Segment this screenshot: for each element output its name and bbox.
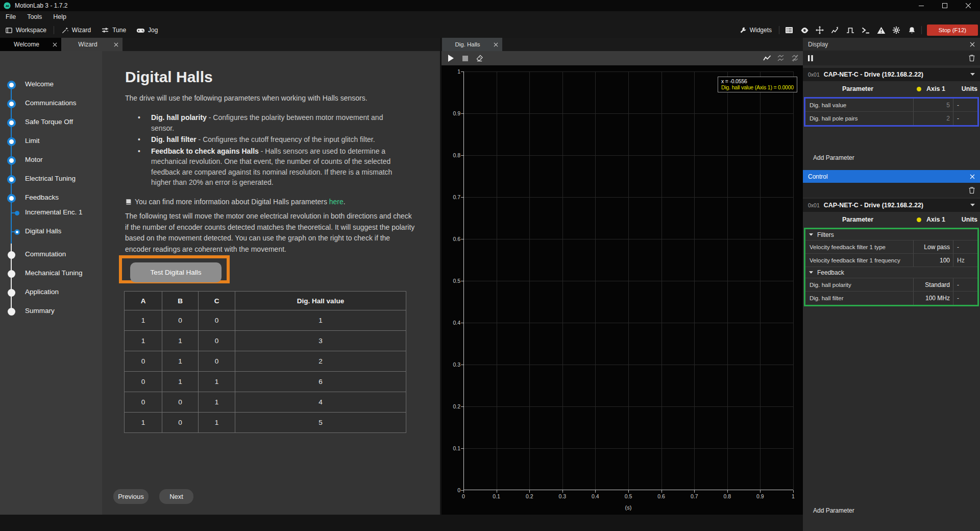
eraser-icon [476, 55, 483, 62]
table-cell: 1 [162, 331, 199, 351]
tab-wizard[interactable]: Wizard [61, 38, 122, 51]
next-button[interactable]: Next [159, 489, 193, 504]
warnings-button[interactable] [873, 22, 889, 38]
grid-line [464, 239, 793, 239]
here-link[interactable]: here [329, 198, 344, 206]
col-units: Units [962, 216, 977, 223]
widgets-label: Widgets [750, 27, 772, 34]
add-parameter-button[interactable]: Add Parameter [813, 507, 854, 514]
wizard-content: Digital Halls The drive will use the fol… [102, 51, 440, 515]
pause-button[interactable] [808, 55, 813, 61]
step-response-button[interactable] [843, 22, 858, 38]
wrench-icon [740, 27, 747, 34]
control-param-row[interactable]: Dig. hall polarityStandard- [805, 278, 977, 292]
menu-file[interactable]: File [0, 11, 21, 22]
group-row-feedback[interactable]: Feedback [805, 267, 977, 278]
tooltip-series-value: Dig. hall value (Axis 1) = 0.0000 [721, 84, 794, 90]
motion-button[interactable] [812, 22, 827, 38]
monitor-eye-button[interactable] [797, 22, 812, 38]
clear-button[interactable] [472, 51, 486, 65]
stop-capture-button[interactable] [458, 51, 472, 65]
delete-button[interactable] [969, 55, 975, 61]
minimize-button[interactable] [910, 0, 933, 11]
control-param-row[interactable]: Velocity feedback filter 1 typeLow pass- [805, 240, 977, 254]
device-name: CAP-NET-C - Drive (192.168.2.22) [824, 71, 970, 78]
wizard-button[interactable]: Wizard [56, 22, 96, 38]
halls-truth-table: ABCDig. Hall value 100111030102011600141… [124, 291, 406, 433]
y-tick-label: 0.7 [442, 194, 460, 200]
scope-button[interactable] [827, 22, 843, 38]
step-label: Limit [25, 137, 40, 144]
display-widget-header: Display [803, 38, 980, 51]
close-tab-icon[interactable] [489, 42, 502, 47]
group-row-filters[interactable]: Filters [805, 229, 977, 240]
delete-button[interactable] [969, 187, 975, 194]
toolbar-divider [921, 26, 922, 34]
table-row: 0014 [125, 392, 406, 413]
merge-signals-icon [792, 55, 800, 62]
control-device-selector[interactable]: 0x01 CAP-NET-C - Drive (192.168.2.22) [803, 199, 980, 212]
stop-button[interactable]: Stop (F12) [927, 25, 978, 36]
info-text: You can find more information about Digi… [135, 198, 346, 206]
step-label: Safe Torque Off [25, 118, 73, 126]
previous-button[interactable]: Previous [113, 489, 149, 504]
close-widget-icon[interactable] [965, 174, 980, 179]
step-label: Commutation [25, 250, 66, 258]
widget-title: Control [808, 173, 965, 180]
scope-tab-bar: Dig. Halls [442, 38, 803, 51]
terminal-button[interactable] [858, 22, 873, 38]
tab-welcome[interactable]: Welcome [0, 38, 61, 51]
notifications-button[interactable] [904, 22, 919, 38]
play-button[interactable] [444, 51, 458, 65]
plot-area[interactable] [463, 71, 793, 490]
widgets-button[interactable]: Widgets [734, 22, 777, 38]
close-button[interactable] [957, 0, 980, 11]
menu-tools[interactable]: Tools [21, 11, 47, 22]
param-value[interactable]: 100 [914, 254, 953, 267]
jog-button[interactable]: Jog [131, 22, 163, 38]
display-param-row[interactable]: Dig. hall pole pairs2- [805, 112, 977, 125]
test-digital-halls-button[interactable]: Test Digital Halls [130, 262, 222, 282]
x-tick-mark [727, 490, 728, 493]
workspace-button[interactable]: Workspace [0, 22, 52, 38]
scope-toolbar [442, 51, 803, 65]
param-value: 2 [914, 112, 953, 125]
param-value[interactable]: Low pass [914, 240, 953, 253]
split-signals-button[interactable] [774, 51, 789, 65]
close-widget-icon[interactable] [965, 42, 980, 47]
move-arrows-icon [816, 26, 824, 34]
maximize-button[interactable] [933, 0, 957, 11]
register-list-icon [785, 27, 793, 34]
param-value[interactable]: Standard [914, 278, 953, 291]
y-tick-label: 0.6 [442, 236, 460, 242]
settings-button[interactable] [889, 22, 904, 38]
table-cell: 0 [162, 310, 199, 331]
close-tab-icon[interactable] [48, 42, 61, 47]
merge-signals-button[interactable] [789, 51, 803, 65]
x-tick-label: 0 [455, 493, 472, 499]
control-param-row[interactable]: Dig. hall filter100 MHz- [805, 292, 977, 305]
col-axis: Axis 1 [926, 85, 945, 92]
table-cell: 0 [162, 392, 199, 413]
param-name: Velocity feedback filter 1 frequency [805, 254, 914, 267]
close-tab-icon[interactable] [109, 42, 122, 47]
step-dot [7, 81, 16, 89]
control-param-row[interactable]: Velocity feedback filter 1 frequency100H… [805, 254, 977, 267]
tab-dig-halls[interactable]: Dig. Halls [442, 38, 502, 51]
tune-button[interactable]: Tune [96, 22, 131, 38]
registers-button[interactable] [781, 22, 797, 38]
grid-line [793, 71, 794, 490]
y-tick-label: 0.4 [442, 320, 460, 326]
add-parameter-button[interactable]: Add Parameter [813, 154, 854, 161]
title-bar: MotionLab 3 - 1.7.2 [0, 0, 980, 11]
x-tick-mark [497, 490, 497, 493]
param-value[interactable]: 100 MHz [914, 292, 953, 305]
left-tab-bar: Welcome Wizard [0, 38, 440, 51]
y-tick-label: 0.3 [442, 361, 460, 368]
signal-view-button[interactable] [760, 51, 774, 65]
menu-help[interactable]: Help [47, 11, 72, 22]
display-param-row[interactable]: Dig. hall value5- [805, 99, 977, 112]
display-device-selector[interactable]: 0x01 CAP-NET-C - Drive (192.168.2.22) [803, 68, 980, 81]
grid-line [464, 406, 793, 407]
line-chart-icon [831, 27, 839, 34]
